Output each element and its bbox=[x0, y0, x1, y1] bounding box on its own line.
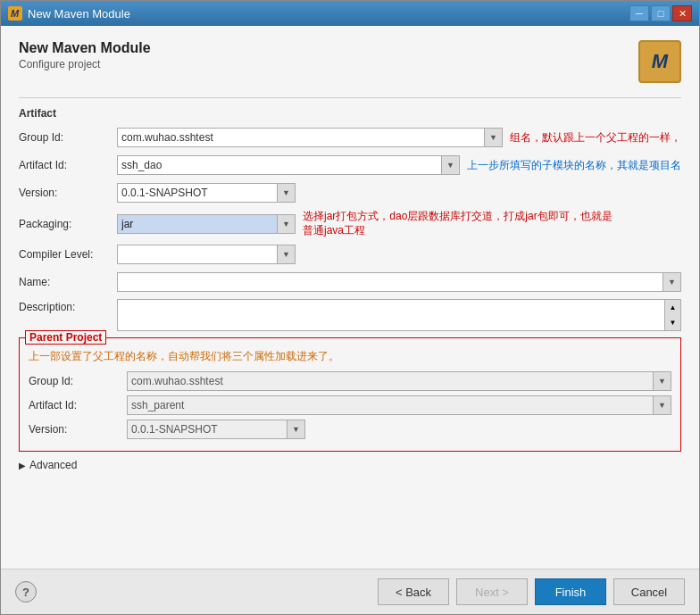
parent-section-note: 上一部设置了父工程的名称，自动帮我们将三个属性加载进来了。 bbox=[29, 349, 671, 364]
description-label: Description: bbox=[19, 299, 117, 313]
title-bar-left: M New Maven Module bbox=[8, 6, 130, 21]
name-input[interactable] bbox=[117, 272, 663, 292]
group-id-field-wrap: ▼ bbox=[117, 128, 503, 147]
compiler-level-row: Compiler Level: ▼ bbox=[19, 244, 681, 265]
packaging-note: 选择jar打包方式，dao层跟数据库打交道，打成jar包即可，也就是普通java… bbox=[303, 210, 615, 237]
form-area: Artifact Group Id: ▼ 组名，默认跟上一个父工程的一样， Ar… bbox=[19, 107, 681, 560]
compiler-level-input[interactable] bbox=[117, 245, 278, 264]
advanced-arrow-icon: ▶ bbox=[19, 461, 26, 470]
artifact-id-field-wrap: ▼ bbox=[117, 155, 460, 175]
close-button[interactable]: ✕ bbox=[672, 5, 692, 21]
name-dropdown-btn[interactable]: ▼ bbox=[663, 272, 681, 292]
page-subtitle: Configure project bbox=[19, 58, 151, 71]
bottom-left: ? bbox=[15, 581, 37, 603]
parent-version-row: Version: ▼ bbox=[29, 420, 671, 439]
description-scroll-up[interactable]: ▲ bbox=[665, 300, 680, 315]
help-button[interactable]: ? bbox=[15, 581, 37, 603]
description-textarea[interactable] bbox=[117, 299, 665, 331]
bottom-bar: ? < Back Next > Finish Cancel bbox=[1, 569, 699, 614]
name-label: Name: bbox=[19, 276, 117, 288]
parent-artifact-id-input[interactable] bbox=[127, 395, 654, 415]
parent-version-input[interactable] bbox=[127, 420, 288, 439]
artifact-id-note: 上一步所填写的子模块的名称，其就是项目名 bbox=[467, 158, 681, 173]
description-row: Description: ▲ ▼ bbox=[19, 299, 681, 331]
page-title: New Maven Module bbox=[19, 40, 151, 56]
main-window: M New Maven Module ─ □ ✕ New Maven Modul… bbox=[0, 0, 700, 615]
description-scroll-arrows: ▲ ▼ bbox=[665, 299, 681, 331]
window-title: New Maven Module bbox=[28, 7, 130, 21]
title-bar-controls: ─ □ ✕ bbox=[629, 5, 692, 21]
version-row: Version: ▼ bbox=[19, 182, 681, 204]
page-header: New Maven Module Configure project M bbox=[19, 40, 681, 83]
compiler-level-label: Compiler Level: bbox=[19, 248, 117, 261]
parent-artifact-id-dropdown[interactable]: ▼ bbox=[654, 395, 671, 415]
compiler-level-wrap: ▼ bbox=[117, 245, 296, 264]
parent-project-title: Parent Project bbox=[25, 330, 106, 345]
description-scroll-down[interactable]: ▼ bbox=[665, 315, 680, 330]
artifact-id-dropdown-btn[interactable]: ▼ bbox=[442, 155, 460, 175]
cancel-button[interactable]: Cancel bbox=[613, 578, 685, 605]
parent-group-id-dropdown[interactable]: ▼ bbox=[654, 371, 671, 391]
description-field-wrap: ▲ ▼ bbox=[117, 299, 681, 331]
maven-icon: M bbox=[638, 40, 681, 83]
version-dropdown-btn[interactable]: ▼ bbox=[278, 183, 296, 203]
version-field-wrap: ▼ bbox=[117, 183, 296, 203]
parent-version-label: Version: bbox=[29, 423, 127, 436]
name-row: Name: ▼ bbox=[19, 271, 681, 293]
finish-button[interactable]: Finish bbox=[535, 578, 606, 605]
advanced-label: Advanced bbox=[29, 459, 77, 471]
parent-version-dropdown[interactable]: ▼ bbox=[288, 420, 305, 439]
parent-group-id-wrap: ▼ bbox=[127, 371, 671, 391]
parent-artifact-id-row: Artifact Id: ▼ bbox=[29, 395, 671, 415]
advanced-row[interactable]: ▶ Advanced bbox=[19, 459, 681, 471]
version-input[interactable] bbox=[117, 183, 278, 203]
parent-artifact-id-label: Artifact Id: bbox=[29, 399, 127, 411]
svg-text:M: M bbox=[11, 8, 20, 19]
group-id-dropdown-btn[interactable]: ▼ bbox=[485, 128, 503, 147]
artifact-section-label: Artifact bbox=[19, 107, 681, 120]
parent-artifact-id-wrap: ▼ bbox=[127, 395, 671, 415]
group-id-row: Group Id: ▼ 组名，默认跟上一个父工程的一样， bbox=[19, 127, 681, 148]
parent-project-section: Parent Project 上一部设置了父工程的名称，自动帮我们将三个属性加载… bbox=[19, 337, 681, 452]
packaging-input[interactable] bbox=[117, 214, 278, 234]
packaging-row: Packaging: ▼ 选择jar打包方式，dao层跟数据库打交道，打成jar… bbox=[19, 210, 681, 237]
parent-group-id-input[interactable] bbox=[127, 371, 654, 391]
parent-group-id-row: Group Id: ▼ bbox=[29, 371, 671, 391]
header-divider bbox=[19, 97, 681, 98]
group-id-label: Group Id: bbox=[19, 131, 117, 144]
back-button[interactable]: < Back bbox=[378, 578, 449, 605]
packaging-label: Packaging: bbox=[19, 218, 117, 230]
maximize-button[interactable]: □ bbox=[651, 5, 671, 21]
window-icon: M bbox=[8, 6, 22, 21]
artifact-id-label: Artifact Id: bbox=[19, 159, 117, 171]
artifact-id-input[interactable] bbox=[117, 155, 442, 175]
bottom-right: < Back Next > Finish Cancel bbox=[378, 578, 685, 605]
group-id-note: 组名，默认跟上一个父工程的一样， bbox=[510, 130, 681, 145]
packaging-field-wrap: ▼ bbox=[117, 214, 296, 234]
minimize-button[interactable]: ─ bbox=[629, 5, 649, 21]
compiler-level-dropdown-btn[interactable]: ▼ bbox=[278, 245, 296, 264]
group-id-input[interactable] bbox=[117, 128, 485, 147]
next-button[interactable]: Next > bbox=[456, 578, 528, 605]
title-bar: M New Maven Module ─ □ ✕ bbox=[1, 1, 699, 26]
name-field-wrap: ▼ bbox=[117, 272, 681, 292]
parent-group-id-label: Group Id: bbox=[29, 375, 127, 387]
packaging-dropdown-btn[interactable]: ▼ bbox=[278, 214, 296, 234]
version-label: Version: bbox=[19, 187, 117, 199]
content-area: New Maven Module Configure project M Art… bbox=[1, 26, 699, 569]
artifact-id-row: Artifact Id: ▼ 上一步所填写的子模块的名称，其就是项目名 bbox=[19, 154, 681, 176]
